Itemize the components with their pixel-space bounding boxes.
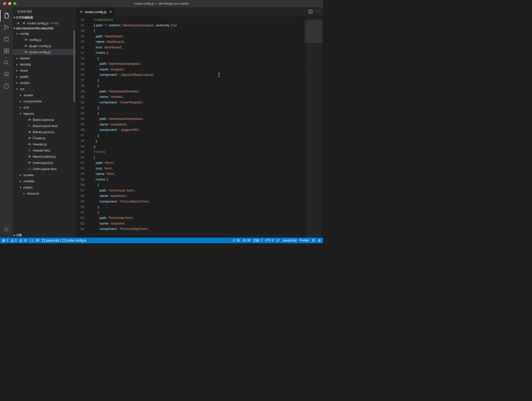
minimap[interactable] (305, 16, 323, 238)
lang-left[interactable]: javascript | router.config.js (42, 239, 86, 242)
chevron-right-icon: ▸ (20, 106, 24, 109)
folder-item[interactable]: ▸models (13, 178, 76, 184)
project-name: ANT-DESIGN-PRO-MASTER (16, 27, 53, 30)
folder-item[interactable]: ▸locales (13, 172, 76, 178)
folder-item[interactable]: ▸e2e (13, 104, 76, 110)
folder-item[interactable]: ▸assets (13, 92, 76, 98)
errors-status[interactable]: 0 (2, 239, 8, 242)
tree-item-label: docker (20, 56, 30, 60)
file-item[interactable]: JSrouter.config.js (13, 49, 76, 55)
brackets-status[interactable]: {..} : 60 (30, 239, 39, 242)
chevron-right-icon: ▸ (16, 69, 20, 72)
tree-item-label: components (24, 99, 42, 103)
source-control-icon[interactable] (0, 22, 13, 33)
file-tree: ▾configJSconfig.jsJSplugin.config.jsJSro… (13, 30, 76, 196)
tree-item-label: Header.js (33, 142, 47, 146)
close-tab-icon[interactable]: ✕ (109, 10, 112, 14)
open-editors-label: 打开的编辑器 (16, 16, 33, 19)
editor-tab[interactable]: JS router.config.js ✕ (76, 7, 115, 16)
folder-item[interactable]: ▸mock (13, 67, 76, 73)
cursor-position[interactable]: 行 36，列 39 (233, 238, 250, 243)
split-editor-icon[interactable] (308, 9, 313, 15)
sidebar-scrollbar[interactable] (73, 30, 75, 102)
minimap-viewport[interactable] (305, 20, 323, 43)
svg-rect-5 (7, 49, 9, 51)
tree-item-label: scripts (20, 81, 30, 85)
warnings-status[interactable]: 0 (11, 239, 17, 242)
svg-rect-18 (42, 239, 45, 241)
project-header[interactable]: ▾ ANT-DESIGN-PRO-MASTER (13, 26, 76, 30)
layers-icon[interactable] (0, 69, 13, 80)
file-item[interactable]: JSBasicLayout.js (13, 117, 76, 123)
maximize-window-button[interactable] (13, 2, 16, 5)
debug-icon[interactable] (0, 33, 13, 45)
chevron-right-icon: ▸ (20, 94, 24, 97)
folder-item[interactable]: ▸components (13, 98, 76, 104)
js-file-icon: JS (27, 131, 32, 133)
encoding-status[interactable]: UTF-8 (265, 239, 274, 242)
folder-item[interactable]: ▾layouts (13, 110, 76, 117)
code-editor[interactable]: 2627282930313233343536373839404142434445… (76, 16, 323, 238)
less-file-icon: { } (27, 124, 32, 127)
chevron-down-icon: ▾ (14, 27, 15, 30)
outline-label: 大纲 (16, 233, 22, 237)
titlebar: router.config.js — ant-design-pro-master (0, 0, 323, 7)
folder-item[interactable]: ▸Account (13, 190, 76, 196)
svg-rect-4 (4, 49, 6, 51)
tree-item-label: UserLayout.less (33, 167, 57, 171)
gitlens-icon[interactable] (0, 80, 13, 92)
search-icon[interactable] (0, 57, 13, 69)
tree-item-label: e2e (24, 105, 29, 109)
file-item[interactable]: { }Header.less (13, 147, 76, 153)
svg-point-2 (7, 27, 8, 28)
js-file-icon: JS (27, 137, 32, 139)
folder-item[interactable]: ▸public (13, 73, 76, 80)
settings-gear-icon[interactable] (0, 223, 13, 235)
minimize-window-button[interactable] (8, 2, 11, 5)
code-content[interactable]: // dashboard { path: '/', redirect: '/da… (88, 16, 323, 238)
close-window-button[interactable] (3, 2, 6, 5)
prettier-status[interactable]: Prettier (299, 239, 309, 242)
tree-item-label: router.config.js (29, 50, 51, 54)
activity-bar (0, 7, 13, 238)
file-item[interactable]: JSconfig.js (13, 37, 76, 43)
window-title: router.config.js — ant-design-pro-master (134, 2, 189, 5)
more-actions-icon[interactable]: ⋯ (316, 9, 320, 15)
indent-status[interactable]: 空格: 2 (253, 238, 262, 243)
language-status[interactable]: JavaScript (282, 239, 297, 242)
file-item[interactable]: JSHeader.js (13, 141, 76, 147)
bell-icon[interactable] (318, 239, 321, 242)
open-editor-item[interactable]: ✕JSrouter.config.jsconfig (13, 20, 76, 26)
folder-item[interactable]: ▸docker (13, 55, 76, 61)
outline-header[interactable]: ▸ 大纲 (13, 233, 76, 238)
file-item[interactable]: JSMenuContext.js (13, 153, 76, 160)
folder-item[interactable]: ▾pages (13, 184, 76, 190)
feedback-icon[interactable] (312, 239, 315, 242)
explorer-icon[interactable] (0, 10, 13, 22)
file-item[interactable]: { }BasicLayout.less (13, 123, 76, 129)
tree-item-label: src (20, 87, 24, 91)
open-editors-header[interactable]: ▾ 打开的编辑器 (13, 15, 76, 20)
folder-item[interactable]: ▸lambda (13, 61, 76, 67)
folder-item[interactable]: ▾src (13, 86, 76, 92)
eol-status[interactable]: LF (276, 239, 280, 242)
explorer-sidebar: 资源管理器 ▾ 打开的编辑器 ✕JSrouter.config.jsconfig… (13, 7, 76, 238)
file-item[interactable]: JSBlankLayout.js (13, 129, 76, 135)
extensions-icon[interactable] (0, 45, 13, 57)
tree-item-label: assets (24, 93, 33, 97)
file-item[interactable]: JSUserLayout.js (13, 160, 76, 166)
less-file-icon: { } (27, 149, 32, 152)
js-file-icon: JS (21, 22, 26, 24)
file-hint: config (50, 21, 59, 25)
tree-item-label: Header.less (33, 149, 50, 152)
tree-item-label: Footer.js (33, 136, 46, 140)
file-item[interactable]: { }UserLayout.less (13, 166, 76, 172)
tree-item-label: layouts (24, 112, 34, 115)
folder-item[interactable]: ▾config (13, 30, 76, 37)
file-item[interactable]: JSplugin.config.js (13, 43, 76, 49)
folder-item[interactable]: ▸scripts (13, 80, 76, 86)
info-status[interactable]: 10 (19, 239, 27, 242)
close-icon[interactable]: ✕ (17, 21, 20, 25)
file-item[interactable]: JSFooter.js (13, 135, 76, 141)
file-name: router.config.js (27, 21, 49, 25)
